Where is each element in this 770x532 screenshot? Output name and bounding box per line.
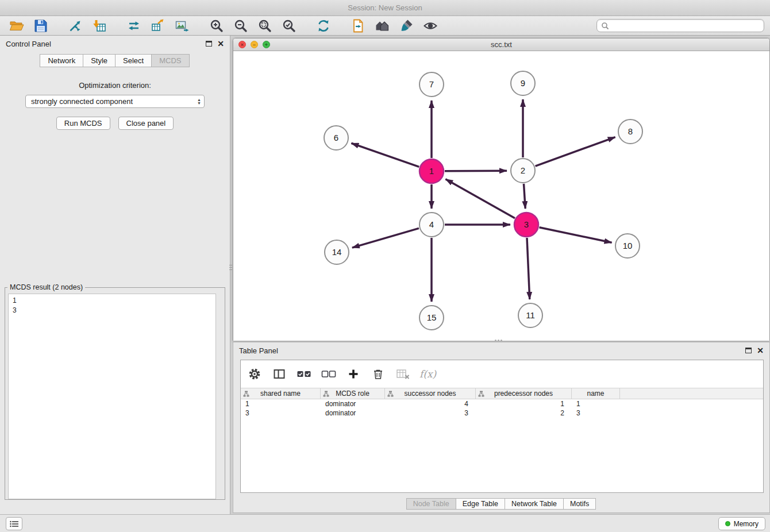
delete-table-icon: [396, 368, 410, 380]
tab-network-table[interactable]: Network Table: [505, 498, 564, 510]
mcds-result-group: MCDS result (2 nodes) 1 3: [5, 283, 225, 500]
graph-node-11[interactable]: 11: [518, 303, 542, 327]
cell-successor-nodes[interactable]: 3: [385, 409, 476, 417]
import-table-button[interactable]: [88, 17, 110, 34]
attribute-icon: [323, 391, 329, 397]
graph-node-14[interactable]: 14: [325, 240, 349, 264]
graph-node-9[interactable]: 9: [511, 71, 535, 95]
export-image-button[interactable]: [171, 17, 192, 34]
table-arrow-icon: [151, 18, 165, 33]
cell-name[interactable]: 1: [572, 400, 620, 408]
svg-text:15: 15: [427, 313, 437, 322]
table-panel-float-button[interactable]: [745, 348, 752, 353]
memory-label: Memory: [734, 520, 759, 528]
graph-edge-4-14[interactable]: [352, 228, 419, 248]
home-button[interactable]: [371, 17, 392, 34]
clone-network-button[interactable]: [123, 17, 144, 34]
attribute-icon: [387, 391, 394, 397]
graph-edge-1-6[interactable]: [351, 143, 419, 167]
deselect-all-button[interactable]: [321, 366, 337, 382]
graph-node-7[interactable]: 7: [419, 72, 444, 97]
zoom-in-button[interactable]: [206, 17, 227, 34]
mcds-result-list[interactable]: 1 3: [8, 294, 216, 499]
save-session-button[interactable]: [30, 17, 51, 34]
graph-node-15[interactable]: 15: [419, 306, 444, 330]
tab-mcds[interactable]: MCDS: [151, 54, 189, 67]
delete-table-button[interactable]: [395, 366, 411, 382]
tab-select[interactable]: Select: [115, 54, 152, 67]
graph-edge-2-8[interactable]: [536, 137, 615, 167]
graph-node-6[interactable]: 6: [324, 126, 348, 150]
delete-row-button[interactable]: [370, 366, 386, 382]
cell-shared-name[interactable]: 1: [241, 400, 321, 408]
zoom-out-button[interactable]: [230, 17, 251, 34]
graph-node-2[interactable]: 2: [511, 159, 535, 183]
control-panel-close-button[interactable]: ✕: [217, 40, 224, 47]
graph-edge-3-10[interactable]: [540, 228, 612, 243]
cell-mcds-role[interactable]: dominator: [321, 409, 385, 417]
refresh-layout-button[interactable]: [313, 17, 334, 34]
cell-predecessor-nodes[interactable]: 2: [476, 409, 572, 417]
tab-node-table[interactable]: Node Table: [406, 498, 456, 510]
new-table-button[interactable]: [147, 17, 168, 34]
table-toolbar: f(x): [241, 360, 763, 388]
checked-boxes-icon: [297, 368, 311, 380]
network-canvas[interactable]: 7968124314101511: [233, 51, 769, 341]
graph-node-10[interactable]: 10: [615, 234, 640, 258]
close-window-button[interactable]: ×: [238, 41, 246, 48]
cell-mcds-role[interactable]: dominator: [321, 400, 385, 408]
panel-splitter-handle[interactable]: [229, 260, 232, 275]
eye-icon: [423, 18, 438, 33]
select-all-button[interactable]: [296, 366, 312, 382]
graph-node-3[interactable]: 3: [514, 213, 538, 237]
cell-predecessor-nodes[interactable]: 1: [476, 400, 572, 408]
graph-edge-2-3[interactable]: [523, 184, 525, 209]
column-header-predecessor-nodes[interactable]: predecessor nodes: [476, 388, 572, 399]
search-box[interactable]: [596, 19, 764, 32]
import-network-icon: [68, 18, 83, 33]
plus-icon: [347, 368, 360, 380]
zoom-fit-button[interactable]: [254, 17, 275, 34]
tab-motifs[interactable]: Motifs: [563, 498, 596, 510]
import-network-button[interactable]: [64, 17, 86, 34]
column-header-name[interactable]: name: [572, 388, 620, 399]
column-header-shared-name[interactable]: shared name: [241, 388, 321, 399]
zoom-selected-button[interactable]: [278, 17, 299, 34]
cell-shared-name[interactable]: 3: [241, 409, 321, 417]
column-label: name: [587, 390, 604, 398]
graph-edge-3-11[interactable]: [527, 238, 530, 299]
cell-successor-nodes[interactable]: 4: [385, 400, 476, 408]
add-row-button[interactable]: [345, 366, 361, 382]
copy-document-button[interactable]: [347, 17, 368, 34]
table-settings-button[interactable]: [247, 366, 263, 382]
memory-button[interactable]: Memory: [718, 517, 765, 530]
table-panel-close-button[interactable]: ✕: [757, 347, 764, 354]
function-builder-button[interactable]: f(x): [419, 368, 436, 380]
canvas-splitter-handle[interactable]: [495, 340, 504, 341]
column-header-successor-nodes[interactable]: successor nodes: [385, 388, 476, 399]
tab-edge-table[interactable]: Edge Table: [456, 498, 505, 510]
graph-node-4[interactable]: 4: [419, 213, 444, 237]
graphics-details-button[interactable]: [419, 17, 441, 34]
graph-node-1[interactable]: 1: [419, 159, 444, 183]
show-columns-button[interactable]: [271, 366, 287, 382]
column-header-mcds-role[interactable]: MCDS role: [321, 388, 385, 399]
search-input[interactable]: [611, 22, 760, 30]
graph-edge-1-2[interactable]: [445, 171, 507, 171]
tab-network[interactable]: Network: [40, 54, 83, 67]
task-history-button[interactable]: [6, 517, 22, 530]
close-panel-button[interactable]: Close panel: [118, 117, 174, 130]
cell-name[interactable]: 3: [572, 409, 620, 417]
open-file-button[interactable]: [6, 17, 27, 34]
maximize-window-button[interactable]: +: [263, 41, 270, 48]
gear-icon: [248, 368, 261, 380]
control-panel-float-button[interactable]: [206, 41, 212, 47]
run-mcds-button[interactable]: Run MCDS: [56, 117, 110, 130]
minimize-window-button[interactable]: −: [251, 41, 258, 48]
criterion-select[interactable]: strongly connected component ▲▼: [25, 95, 205, 108]
graph-node-8[interactable]: 8: [618, 119, 642, 144]
table-panel-title: Table Panel: [239, 346, 278, 355]
apply-style-button[interactable]: [395, 17, 417, 34]
tab-style[interactable]: Style: [83, 54, 116, 67]
graph-edge-3-1[interactable]: [445, 179, 515, 218]
